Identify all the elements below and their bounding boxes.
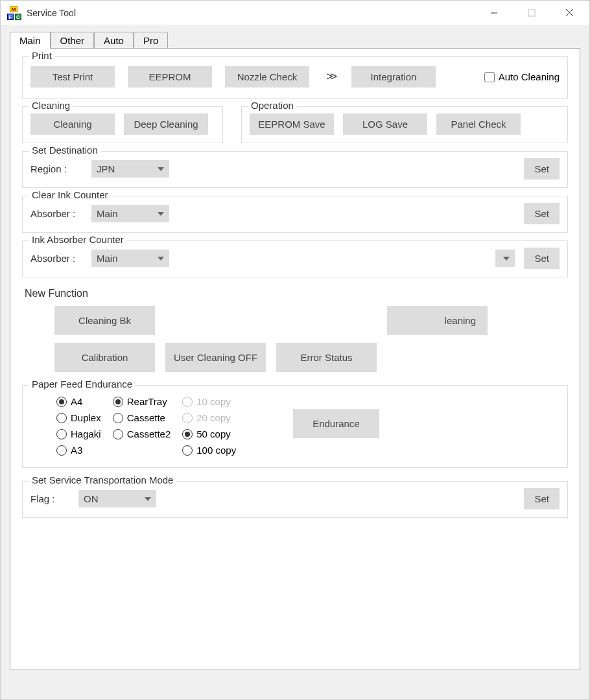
nf-leaning-button[interactable]: leaning — [387, 306, 488, 335]
minimize-button[interactable] — [475, 1, 513, 25]
pfe-tray-column: RearTray Cassette Cassette2 — [113, 396, 171, 439]
client-area: Main Other Auto Pro Print Test Print EEP… — [1, 25, 589, 699]
main-window: MFC Service Tool Main Other Auto Pro Pri… — [0, 0, 590, 700]
clear-absorber-select[interactable]: Main — [91, 205, 169, 222]
close-button[interactable] — [550, 1, 588, 25]
radio-cassette[interactable]: Cassette — [113, 412, 171, 423]
svg-rect-1 — [528, 10, 535, 16]
user-cleaning-off-button[interactable]: User Cleaning OFF — [165, 343, 266, 372]
clear-ink-set-button[interactable]: Set — [524, 203, 560, 224]
eeprom-button[interactable]: EEPROM — [128, 66, 212, 88]
radio-10copy: 10 copy — [182, 396, 236, 407]
group-clear-ink: Clear Ink Counter Absorber : Main Set — [22, 196, 568, 233]
tab-page-main: Print Test Print EEPROM Nozzle Check >> … — [10, 48, 580, 670]
ink-absorber-label: Absorber : — [30, 253, 82, 264]
radio-duplex[interactable]: Duplex — [56, 412, 101, 423]
app-icon: MFC — [7, 6, 21, 20]
region-label: Region : — [30, 163, 82, 174]
group-transport-title: Set Service Transportation Mode — [29, 474, 176, 485]
maximize-button — [513, 1, 550, 25]
radio-reartray[interactable]: RearTray — [113, 396, 171, 407]
pfe-size-column: A4 Duplex Hagaki A3 — [56, 396, 101, 456]
cleaning-button[interactable]: Cleaning — [30, 113, 115, 135]
auto-cleaning-checkbox[interactable]: Auto Cleaning — [484, 71, 560, 82]
tab-pro[interactable]: Pro — [134, 32, 168, 49]
group-operation-title: Operation — [248, 100, 296, 111]
panel-check-button[interactable]: Panel Check — [436, 113, 521, 135]
group-transport: Set Service Transportation Mode Flag : O… — [22, 481, 568, 518]
group-paper-feed-title: Paper Feed Endurance — [29, 379, 135, 390]
clear-absorber-label: Absorber : — [30, 208, 82, 219]
eeprom-save-button[interactable]: EEPROM Save — [250, 113, 334, 135]
region-select[interactable]: JPN — [91, 160, 169, 178]
ink-absorber-set-button[interactable]: Set — [524, 248, 560, 269]
titlebar: MFC Service Tool — [1, 1, 589, 25]
more-icon[interactable]: >> — [322, 70, 338, 84]
group-paper-feed: Paper Feed Endurance A4 Duplex Hagaki A3… — [22, 385, 568, 468]
integration-button[interactable]: Integration — [351, 66, 436, 88]
error-status-button[interactable]: Error Status — [276, 343, 377, 372]
auto-cleaning-label: Auto Cleaning — [499, 71, 560, 82]
window-title: Service Tool — [27, 8, 475, 18]
group-operation: Operation EEPROM Save LOG Save Panel Che… — [241, 106, 568, 143]
new-function-row2: Calibration User Cleaning OFF Error Stat… — [22, 343, 568, 372]
cleaning-bk-button[interactable]: Cleaning Bk — [54, 306, 155, 335]
radio-20copy: 20 copy — [182, 412, 236, 423]
radio-50copy[interactable]: 50 copy — [182, 428, 236, 439]
pfe-copy-column: 10 copy 20 copy 50 copy 100 copy — [182, 396, 236, 456]
new-function-title: New Function — [25, 288, 568, 299]
test-print-button[interactable]: Test Print — [30, 66, 115, 88]
tab-auto[interactable]: Auto — [94, 32, 134, 49]
radio-a3[interactable]: A3 — [56, 445, 101, 456]
flag-label: Flag : — [30, 493, 69, 504]
group-cleaning-title: Cleaning — [29, 100, 73, 111]
ink-absorber-select[interactable]: Main — [91, 250, 169, 267]
flag-select[interactable]: ON — [78, 490, 156, 508]
radio-cassette2[interactable]: Cassette2 — [113, 428, 171, 439]
nozzle-check-button[interactable]: Nozzle Check — [225, 66, 309, 88]
tab-main[interactable]: Main — [10, 32, 51, 49]
window-controls — [475, 1, 588, 25]
calibration-button[interactable]: Calibration — [54, 343, 155, 372]
new-function-row1: Cleaning Bk leaning — [22, 306, 568, 335]
radio-a4[interactable]: A4 — [56, 396, 101, 407]
group-ink-absorber: Ink Absorber Counter Absorber : Main Set — [22, 240, 568, 277]
group-print-title: Print — [29, 50, 54, 61]
tab-other[interactable]: Other — [51, 32, 95, 49]
log-save-button[interactable]: LOG Save — [343, 113, 427, 135]
ink-value-select[interactable] — [495, 250, 515, 267]
group-ink-absorber-title: Ink Absorber Counter — [29, 234, 126, 245]
deep-cleaning-button[interactable]: Deep Cleaning — [124, 113, 208, 135]
group-clear-ink-title: Clear Ink Counter — [29, 189, 111, 200]
radio-100copy[interactable]: 100 copy — [182, 445, 236, 456]
group-destination: Set Destination Region : JPN Set — [22, 151, 568, 188]
auto-cleaning-input[interactable] — [484, 72, 495, 82]
transport-set-button[interactable]: Set — [524, 488, 560, 509]
group-print: Print Test Print EEPROM Nozzle Check >> … — [22, 56, 568, 99]
tab-strip: Main Other Auto Pro — [10, 32, 580, 49]
destination-set-button[interactable]: Set — [524, 158, 560, 180]
group-cleaning: Cleaning Cleaning Deep Cleaning — [22, 106, 223, 143]
group-destination-title: Set Destination — [29, 145, 100, 156]
endurance-button[interactable]: Endurance — [293, 409, 379, 438]
radio-hagaki[interactable]: Hagaki — [56, 428, 101, 439]
